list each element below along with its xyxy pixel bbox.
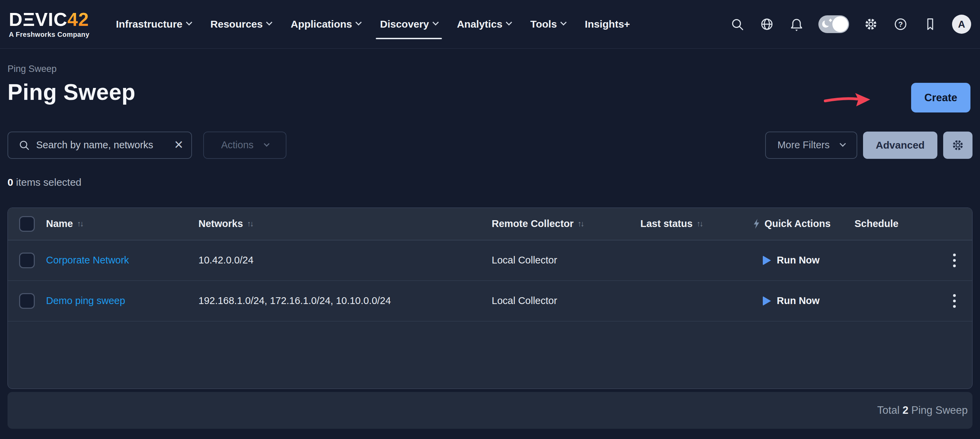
column-label: Name — [46, 218, 73, 229]
row-checkbox[interactable] — [19, 293, 35, 309]
row-quick-actions: Run Now — [744, 254, 854, 266]
search-icon[interactable] — [729, 16, 745, 32]
chevron-down-icon — [840, 140, 846, 146]
nav-item[interactable]: Applications — [291, 0, 361, 48]
more-filters-dropdown[interactable]: More Filters — [765, 132, 857, 159]
select-all-checkbox[interactable] — [19, 216, 35, 232]
row-quick-actions: Run Now — [744, 295, 854, 306]
column-label: Last status — [640, 218, 692, 229]
nav-item[interactable]: Resources — [210, 0, 271, 48]
chevron-down-icon — [186, 19, 192, 25]
kebab-menu-icon[interactable] — [951, 251, 958, 269]
column-header[interactable]: Last status ↑↓ — [640, 218, 744, 229]
table-settings-button[interactable] — [943, 132, 972, 159]
nav-item[interactable]: Tools — [530, 0, 566, 48]
ping-sweep-table: Name ↑↓ Networks ↑↓ Remote Collector ↑↓ — [8, 208, 972, 389]
logo-accent-42: 42 — [67, 9, 89, 30]
nav-item[interactable]: Insights+ — [585, 0, 630, 48]
sort-icon[interactable]: ↑↓ — [697, 219, 702, 228]
chevron-down-icon — [356, 19, 362, 25]
logo-text: DΞVIC42 — [9, 10, 102, 29]
selection-label: items selected — [13, 177, 81, 188]
device42-logo[interactable]: DΞVIC42 A Freshworks Company — [9, 10, 102, 38]
run-now-button[interactable]: Run Now — [763, 295, 820, 306]
table-row: Demo ping sweep 192.168.1.0/24, 172.16.1… — [8, 281, 972, 321]
total-prefix: Total — [877, 404, 899, 417]
top-navbar: DΞVIC42 A Freshworks Company Infrastruct… — [0, 0, 980, 49]
selection-count: 0 — [8, 177, 13, 188]
run-now-label: Run Now — [777, 254, 820, 266]
theme-toggle[interactable] — [818, 15, 849, 33]
navbar-actions: ? A — [729, 15, 971, 34]
nav-item-label: Insights+ — [585, 18, 630, 30]
globe-icon[interactable] — [759, 16, 775, 32]
search-box[interactable]: × — [8, 132, 192, 159]
row-name-cell: Demo ping sweep — [46, 295, 199, 306]
run-now-label: Run Now — [777, 295, 820, 306]
row-menu-cell — [945, 251, 972, 269]
moon-icon — [822, 21, 829, 28]
column-label: Quick Actions — [765, 218, 830, 229]
clear-search-icon[interactable]: × — [174, 137, 183, 152]
column-header[interactable]: Quick Actions — [744, 218, 854, 229]
help-icon[interactable]: ? — [893, 16, 908, 32]
column-header[interactable]: Remote Collector ↑↓ — [492, 218, 640, 229]
nav-item[interactable]: Infrastructure — [116, 0, 191, 48]
column-header[interactable]: Networks ↑↓ — [199, 218, 492, 229]
kebab-menu-icon[interactable] — [951, 292, 958, 310]
row-name-cell: Corporate Network — [46, 254, 199, 266]
table-row: Corporate Network 10.42.0.0/24 Local Col… — [8, 240, 972, 281]
toggle-knob — [832, 16, 848, 32]
nav-item-label: Applications — [291, 18, 352, 30]
total-count: 2 — [903, 404, 908, 417]
play-icon — [763, 256, 771, 265]
chevron-down-icon — [433, 19, 439, 25]
nav-item-label: Infrastructure — [116, 18, 183, 30]
advanced-button[interactable]: Advanced — [863, 132, 937, 159]
actions-dropdown[interactable]: Actions — [203, 132, 286, 159]
search-input[interactable] — [36, 139, 168, 151]
sort-icon[interactable]: ↑↓ — [578, 219, 584, 228]
run-now-button[interactable]: Run Now — [763, 254, 820, 266]
chevron-down-icon — [560, 19, 566, 25]
annotation-arrow — [823, 90, 872, 110]
toolbar: × Actions More Filters Advanced — [8, 132, 972, 159]
breadcrumb[interactable]: Ping Sweep — [8, 49, 972, 74]
table-header-row: Name ↑↓ Networks ↑↓ Remote Collector ↑↓ — [8, 208, 972, 240]
sort-icon[interactable]: ↑↓ — [247, 219, 253, 228]
row-checkbox[interactable] — [19, 253, 35, 268]
table-footer: Total 2 Ping Sweep — [8, 392, 972, 429]
row-checkbox-cell — [8, 253, 46, 268]
sort-icon[interactable]: ↑↓ — [77, 219, 83, 228]
column-header[interactable]: Name ↑↓ — [46, 218, 199, 229]
page-content: Ping Sweep Ping Sweep Create × Actions M… — [0, 49, 980, 429]
user-avatar[interactable]: A — [952, 15, 971, 34]
gear-icon — [950, 138, 965, 153]
row-collector: Local Collector — [492, 295, 640, 306]
chevron-down-icon — [266, 19, 272, 25]
row-menu-cell — [945, 292, 972, 310]
row-checkbox-cell — [8, 293, 46, 309]
row-name-link[interactable]: Corporate Network — [46, 254, 129, 266]
more-filters-label: More Filters — [778, 139, 830, 151]
nav-item[interactable]: Analytics — [457, 0, 511, 48]
filters-group: More Filters Advanced — [765, 132, 972, 159]
play-icon — [763, 296, 771, 306]
actions-label: Actions — [221, 139, 253, 151]
row-name-link[interactable]: Demo ping sweep — [46, 295, 125, 306]
notifications-bell-icon[interactable] — [789, 16, 804, 32]
logo-tagline: A Freshworks Company — [9, 31, 102, 38]
nav-item-label: Tools — [530, 18, 557, 30]
chevron-down-icon — [506, 19, 512, 25]
header-checkbox-cell — [8, 216, 46, 232]
chevron-down-icon — [264, 141, 269, 146]
settings-gear-icon[interactable] — [863, 16, 879, 32]
total-suffix: Ping Sweep — [912, 404, 968, 417]
lightning-icon — [752, 218, 761, 229]
nav-item[interactable]: Discovery — [380, 0, 438, 48]
nav-item-label: Resources — [210, 18, 262, 30]
row-networks: 10.42.0.0/24 — [199, 254, 492, 266]
column-header[interactable]: Schedule — [854, 218, 945, 229]
bookmark-icon[interactable] — [923, 16, 938, 32]
create-button[interactable]: Create — [911, 83, 970, 113]
